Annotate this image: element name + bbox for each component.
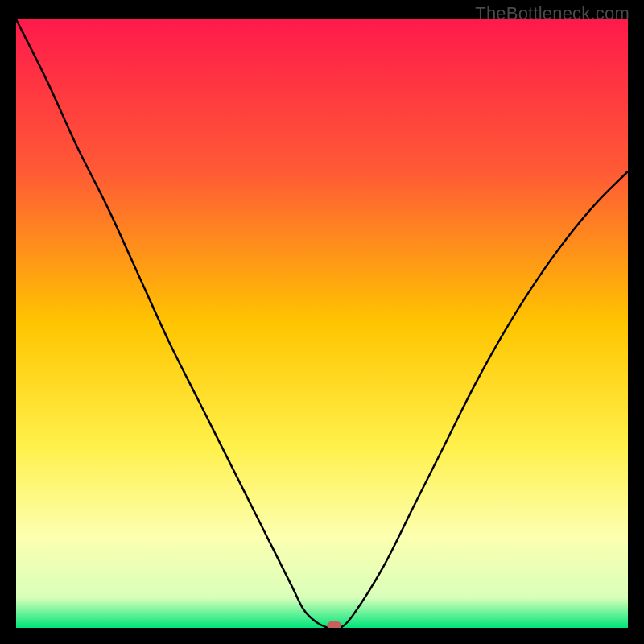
chart-container: { "watermark": "TheBottleneck.com", "cha… xyxy=(0,0,644,644)
chart-svg xyxy=(16,19,628,628)
chart-plot-area xyxy=(16,19,628,628)
chart-background xyxy=(16,19,628,628)
